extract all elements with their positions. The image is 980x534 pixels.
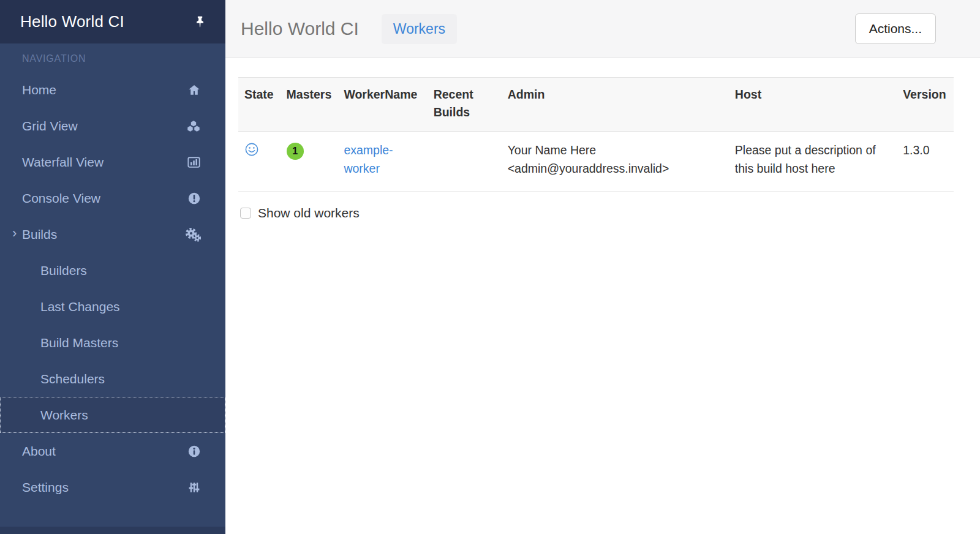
column-header-version: Version xyxy=(897,78,954,132)
sidebar-item-label: Settings xyxy=(22,480,69,495)
show-old-workers-label[interactable]: Show old workers xyxy=(258,206,360,220)
sidebar-nav: Home Grid View Waterfall View xyxy=(0,72,225,505)
sidebar-item-grid-view[interactable]: Grid View xyxy=(0,108,225,144)
worker-admin-cell: Your Name Here <admin@youraddress.invali… xyxy=(502,131,729,191)
sidebar-item-last-changes[interactable]: Last Changes xyxy=(0,288,225,325)
worker-recent-builds-cell xyxy=(428,131,502,191)
smiley-icon xyxy=(244,142,259,157)
sidebar-item-build-masters[interactable]: Build Masters xyxy=(0,325,225,361)
app-window: Hello World CI NAVIGATION Home Grid View xyxy=(0,0,980,534)
main-area: Hello World CI Workers Actions... State … xyxy=(225,0,980,534)
sidebar-item-about[interactable]: About xyxy=(0,433,225,469)
cogs-icon xyxy=(185,227,201,242)
column-header-state: State xyxy=(238,78,281,132)
sidebar-item-waterfall-view[interactable]: Waterfall View xyxy=(0,144,225,180)
sidebar-item-label: Workers xyxy=(40,408,88,423)
sidebar-item-builders[interactable]: Builders xyxy=(0,252,225,288)
worker-state-cell xyxy=(238,131,281,191)
cubes-icon xyxy=(186,119,201,133)
sidebar-item-label: Builders xyxy=(40,263,87,278)
sliders-icon xyxy=(187,481,201,494)
sidebar-item-label: Builds xyxy=(22,227,57,242)
workers-content: State Masters WorkerName Recent Builds A… xyxy=(225,58,980,220)
breadcrumb-workers[interactable]: Workers xyxy=(382,14,457,44)
sidebar-item-label: Last Changes xyxy=(40,299,120,314)
table-header-row: State Masters WorkerName Recent Builds A… xyxy=(238,78,954,132)
home-icon xyxy=(187,83,201,97)
sidebar-item-label: Build Masters xyxy=(40,336,118,350)
table-row: 1 example-worker Your Name Here <admin@y… xyxy=(238,131,954,191)
column-header-admin: Admin xyxy=(502,78,729,132)
worker-host-cell: Please put a description of this build h… xyxy=(729,131,897,191)
sidebar-item-console-view[interactable]: Console View xyxy=(0,180,225,216)
actions-button[interactable]: Actions... xyxy=(855,13,936,44)
column-header-masters: Masters xyxy=(281,78,338,132)
sidebar-item-label: Waterfall View xyxy=(22,155,104,170)
sidebar-item-settings[interactable]: Settings xyxy=(0,469,225,505)
masters-count-badge[interactable]: 1 xyxy=(287,143,304,160)
sidebar-item-label: About xyxy=(22,444,56,459)
worker-name-cell: example-worker xyxy=(337,131,427,191)
page-header: Hello World CI Workers Actions... xyxy=(225,0,980,58)
pin-icon[interactable] xyxy=(194,15,207,29)
info-circle-icon xyxy=(187,445,201,458)
sidebar-header: Hello World CI xyxy=(0,0,225,43)
app-title: Hello World CI xyxy=(20,12,124,31)
worker-name-link[interactable]: example-worker xyxy=(344,143,393,175)
column-header-host: Host xyxy=(729,78,897,132)
sidebar-item-builds[interactable]: › Builds xyxy=(0,216,225,252)
sidebar-item-schedulers[interactable]: Schedulers xyxy=(0,361,225,397)
exclamation-circle-icon xyxy=(187,192,201,205)
navigation-section-label: NAVIGATION xyxy=(0,53,225,64)
page-title: Hello World CI xyxy=(241,18,359,39)
worker-version-cell: 1.3.0 xyxy=(897,131,954,191)
sidebar-item-label: Home xyxy=(22,83,56,97)
bar-chart-icon xyxy=(187,156,201,169)
workers-table: State Masters WorkerName Recent Builds A… xyxy=(238,77,954,192)
sidebar-item-label: Grid View xyxy=(22,119,78,134)
sidebar-footer xyxy=(0,527,225,534)
show-old-workers-checkbox[interactable] xyxy=(240,208,251,219)
sidebar-item-home[interactable]: Home xyxy=(0,72,225,108)
column-header-workername: WorkerName xyxy=(337,78,427,132)
column-header-recent-builds: Recent Builds xyxy=(428,78,502,132)
chevron-right-icon: › xyxy=(12,227,22,240)
show-old-workers-control: Show old workers xyxy=(238,206,954,220)
sidebar-item-workers[interactable]: Workers xyxy=(0,397,225,433)
worker-masters-cell: 1 xyxy=(281,131,338,191)
sidebar-item-label: Console View xyxy=(22,191,100,206)
sidebar-item-label: Schedulers xyxy=(40,372,105,386)
sidebar: Hello World CI NAVIGATION Home Grid View xyxy=(0,0,225,534)
